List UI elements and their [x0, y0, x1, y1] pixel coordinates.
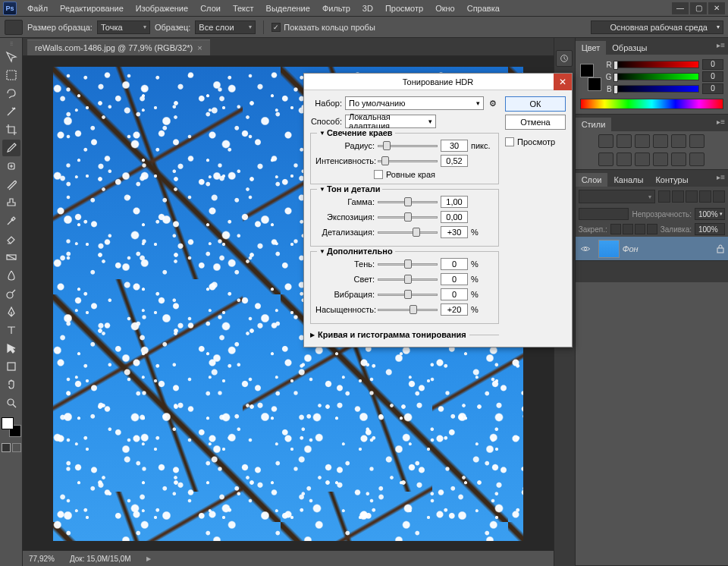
brush-tool[interactable]: [2, 176, 20, 193]
layer-lock-icon[interactable]: [713, 244, 728, 253]
foreground-color-swatch[interactable]: [2, 417, 14, 429]
vibrance-value[interactable]: 0: [441, 288, 468, 300]
filter-smart-icon[interactable]: [713, 190, 725, 203]
standard-mode[interactable]: [2, 443, 11, 452]
preset-select[interactable]: По умолчанию: [345, 96, 484, 110]
style-preset-icon[interactable]: [671, 134, 686, 148]
layer-filter-select[interactable]: [579, 190, 655, 203]
layer-visibility-icon[interactable]: [576, 245, 595, 253]
menu-view[interactable]: Просмотр: [379, 2, 429, 15]
menu-3d[interactable]: 3D: [356, 2, 379, 15]
curve-section-toggle[interactable]: ▶ Кривая и гистограмма тонирования: [310, 329, 499, 341]
document-tab[interactable]: reWalls.com-1486.jpg @ 77,9% (RGB/32*) ×: [27, 39, 210, 55]
style-preset-icon[interactable]: [598, 153, 613, 166]
filter-adjust-icon[interactable]: [672, 190, 684, 203]
workspace-selector[interactable]: Основная рабочая среда: [591, 20, 723, 34]
layer-name[interactable]: Фон: [623, 244, 713, 253]
radius-value[interactable]: 30: [441, 140, 468, 152]
quickmask-mode[interactable]: [12, 443, 21, 452]
menu-window[interactable]: Окно: [429, 2, 461, 15]
panel-grip[interactable]: ⠿: [4, 41, 19, 46]
lock-all-icon[interactable]: [647, 224, 657, 234]
style-preset-icon[interactable]: [617, 153, 632, 166]
tool-preset-picker[interactable]: [5, 20, 23, 35]
style-preset-icon[interactable]: [689, 134, 704, 148]
swatches-tab[interactable]: Образцы: [606, 41, 653, 55]
vibrance-slider[interactable]: [378, 289, 438, 300]
panel-fg-swatch[interactable]: [580, 64, 594, 77]
opacity-value[interactable]: 100%: [695, 208, 725, 220]
radius-slider[interactable]: [378, 140, 438, 151]
lock-pixels-icon[interactable]: [623, 224, 633, 234]
window-minimize[interactable]: —: [672, 2, 689, 14]
smooth-edges-checkbox[interactable]: Ровные края: [315, 170, 494, 179]
layers-tab[interactable]: Слои: [576, 173, 608, 187]
eyedropper-tool[interactable]: [2, 140, 20, 156]
wand-tool[interactable]: [2, 103, 20, 120]
status-menu-arrow[interactable]: ▶: [146, 555, 151, 562]
menu-edit[interactable]: Редактирование: [54, 2, 130, 15]
r-value[interactable]: 0: [702, 59, 723, 70]
highlight-slider[interactable]: [378, 274, 438, 285]
gradient-tool[interactable]: [2, 249, 20, 266]
collapse-toggle-icon[interactable]: ▼: [319, 186, 325, 193]
layer-item[interactable]: Фон: [576, 237, 728, 261]
r-slider[interactable]: [615, 61, 699, 68]
menu-layers[interactable]: Слои: [194, 2, 227, 15]
filter-pixel-icon[interactable]: [658, 190, 670, 203]
close-document-icon[interactable]: ×: [197, 43, 202, 52]
type-tool[interactable]: [2, 322, 20, 338]
move-tool[interactable]: [2, 49, 20, 65]
cancel-button[interactable]: Отмена: [505, 115, 566, 130]
zoom-tool[interactable]: [2, 395, 20, 411]
style-preset-icon[interactable]: [671, 153, 686, 166]
style-preset-icon[interactable]: [653, 153, 668, 166]
gamma-value[interactable]: 1,00: [441, 196, 468, 208]
layer-thumbnail[interactable]: [598, 240, 620, 258]
fill-value[interactable]: 100%: [695, 223, 725, 235]
window-close[interactable]: ✕: [708, 2, 725, 14]
style-preset-icon[interactable]: [598, 134, 613, 148]
hue-strip[interactable]: [580, 99, 723, 109]
lock-transparency-icon[interactable]: [610, 224, 621, 234]
style-preset-icon[interactable]: [635, 134, 650, 148]
shadow-value[interactable]: 0: [441, 258, 468, 270]
panel-bg-swatch[interactable]: [588, 77, 601, 91]
detail-slider[interactable]: [378, 227, 438, 237]
method-select[interactable]: Локальная адаптация: [345, 115, 436, 128]
menu-file[interactable]: Файл: [21, 2, 54, 15]
style-preset-icon[interactable]: [617, 134, 632, 148]
menu-filter[interactable]: Фильтр: [316, 2, 356, 15]
path-select-tool[interactable]: [2, 340, 20, 357]
style-preset-icon[interactable]: [653, 134, 668, 148]
dialog-close-button[interactable]: ✕: [554, 74, 572, 90]
styles-tab[interactable]: Стили: [576, 118, 612, 131]
strength-slider[interactable]: [378, 156, 438, 166]
g-slider[interactable]: [615, 73, 699, 80]
b-slider[interactable]: [615, 85, 699, 93]
sample-source-select[interactable]: Все слои: [195, 20, 256, 34]
color-tab[interactable]: Цвет: [576, 41, 607, 55]
zoom-level[interactable]: 77,92%: [29, 555, 55, 563]
filter-type-icon[interactable]: [686, 190, 698, 203]
collapse-toggle-icon[interactable]: ▼: [319, 248, 325, 255]
panel-menu-icon[interactable]: ▸≡: [717, 41, 725, 49]
lasso-tool[interactable]: [2, 85, 20, 102]
preset-gear-icon[interactable]: ⚙: [487, 99, 499, 108]
detail-value[interactable]: +30: [441, 226, 468, 238]
menu-image[interactable]: Изображение: [130, 2, 194, 15]
collapse-toggle-icon[interactable]: ▼: [319, 130, 325, 137]
shape-tool[interactable]: [2, 358, 20, 375]
menu-help[interactable]: Справка: [461, 2, 506, 15]
style-preset-icon[interactable]: [689, 153, 704, 166]
saturation-value[interactable]: +20: [441, 303, 468, 316]
b-value[interactable]: 0: [702, 83, 723, 94]
window-maximize[interactable]: ▢: [690, 2, 707, 14]
hand-tool[interactable]: [2, 376, 20, 393]
paths-tab[interactable]: Контуры: [649, 173, 694, 187]
channels-tab[interactable]: Каналы: [607, 173, 649, 187]
strength-value[interactable]: 0,52: [441, 155, 468, 167]
eraser-tool[interactable]: [2, 231, 20, 247]
panel-menu-icon[interactable]: ▸≡: [717, 118, 725, 126]
g-value[interactable]: 0: [702, 71, 723, 82]
